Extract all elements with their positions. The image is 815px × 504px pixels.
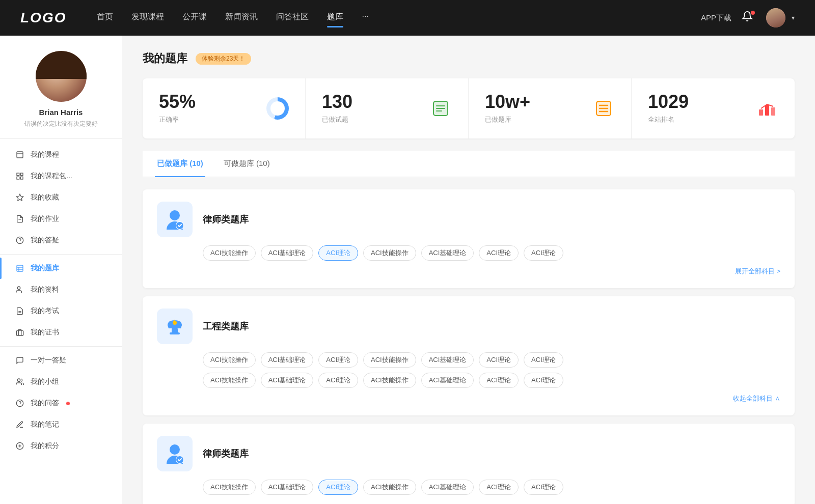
sidebar-item-my-cert[interactable]: 我的证书 [0,322,122,343]
collapse-link-engineer1[interactable]: 收起全部科目 ∧ [733,394,780,403]
tag-lawyer2-2[interactable]: ACI理论 [318,480,358,495]
tag-lawyer2-3[interactable]: ACI技能操作 [363,480,416,495]
sidebar-item-my-questions[interactable]: 我的答疑 [0,230,122,251]
tag-eng1-r1-1[interactable]: ACI基础理论 [261,352,314,368]
sidebar-item-my-packages[interactable]: 我的课程包... [0,165,122,187]
nav-qa[interactable]: 问答社区 [276,12,309,24]
tag-eng1-r2-1[interactable]: ACI基础理论 [261,373,314,388]
nav-more[interactable]: ··· [362,12,368,24]
qbank-header-engineer1: 工程类题库 [157,309,780,344]
svg-point-37 [170,210,180,220]
expand-link-lawyer1[interactable]: 展开全部科目 > [735,267,780,276]
nav-open-course[interactable]: 公开课 [182,12,207,24]
tag-lawyer1-6[interactable]: ACI理论 [524,245,563,261]
tag-eng1-r2-3[interactable]: ACI技能操作 [363,373,416,388]
sidebar-item-my-homework[interactable]: 我的作业 [0,208,122,230]
tag-lawyer2-1[interactable]: ACI基础理论 [261,480,314,495]
tag-lawyer2-0[interactable]: ACI技能操作 [203,480,256,495]
svg-rect-2 [17,173,19,176]
sidebar-item-my-favorites[interactable]: 我的收藏 [0,187,122,208]
qbank-header-lawyer2: 律师类题库 [157,436,780,471]
nav-qbank[interactable]: 题库 [327,12,343,24]
sidebar-item-my-group[interactable]: 我的小组 [0,371,122,393]
page-header: 我的题库 体验剩余23天！ [143,51,795,66]
page-layout: Brian Harris 错误的决定比没有决定要好 我的课程 我的课程包... [0,36,815,504]
user-dropdown-arrow[interactable]: ▾ [792,14,795,21]
tag-eng1-r2-2[interactable]: ACI理论 [318,373,358,388]
qbank-tags-lawyer1: ACI技能操作 ACI基础理论 ACI理论 ACI技能操作 ACI基础理论 AC… [157,245,780,261]
sidebar-profile: Brian Harris 错误的决定比没有决定要好 [0,51,122,139]
avatar-image [766,8,785,27]
data-icon [15,285,24,294]
tag-lawyer1-0[interactable]: ACI技能操作 [203,245,256,261]
svg-rect-10 [17,265,23,271]
stat-done-questions-label: 已做试题 [322,115,421,124]
svg-point-18 [17,379,20,381]
cert-icon [15,328,24,337]
tab-available-banks[interactable]: 可做题库 (10) [222,151,272,177]
oneonone-icon [15,356,24,365]
app-download-button[interactable]: APP下载 [701,13,731,23]
stat-ranking-label: 全站排名 [648,115,748,124]
tag-lawyer2-5[interactable]: ACI理论 [479,480,519,495]
pie-chart-icon [266,97,289,120]
tag-lawyer2-6[interactable]: ACI理论 [524,480,563,495]
sidebar: Brian Harris 错误的决定比没有决定要好 我的课程 我的课程包... [0,36,122,504]
navbar: LOGO 首页 发现课程 公开课 新闻资讯 问答社区 题库 ··· APP下载 … [0,0,815,36]
qbank-card-lawyer2: 律师类题库 ACI技能操作 ACI基础理论 ACI理论 ACI技能操作 ACI基… [143,424,795,504]
notification-bell[interactable] [742,11,756,25]
tag-eng1-r2-5[interactable]: ACI理论 [479,373,519,388]
stat-accuracy-value: 55% [159,93,258,111]
tag-eng1-r1-2[interactable]: ACI理论 [318,352,358,368]
logo[interactable]: LOGO [20,10,66,26]
avatar-image [36,51,87,102]
tab-done-banks[interactable]: 已做题库 (10) [155,151,205,177]
qbank-icon-lawyer1 [157,202,193,237]
qbank-icon-lawyer2 [157,436,193,471]
profile-motto: 错误的决定比没有决定要好 [14,120,108,128]
nav-home[interactable]: 首页 [97,12,113,24]
qbank-header-lawyer1: 律师类题库 [157,202,780,237]
tag-eng1-r2-0[interactable]: ACI技能操作 [203,373,256,388]
stat-done-questions: 130 已做试题 [306,78,469,138]
stat-done-banks-text: 10w+ 已做题库 [485,93,584,124]
course-icon [15,150,24,159]
svg-rect-41 [170,332,180,334]
qbank-tags-lawyer2: ACI技能操作 ACI基础理论 ACI理论 ACI技能操作 ACI基础理论 AC… [157,480,780,495]
tag-lawyer1-4[interactable]: ACI基础理论 [421,245,474,261]
sidebar-item-my-data[interactable]: 我的资料 [0,279,122,300]
tag-lawyer2-4[interactable]: ACI基础理论 [421,480,474,495]
avatar[interactable] [36,51,87,102]
group-icon [15,377,24,386]
tag-eng1-r1-0[interactable]: ACI技能操作 [203,352,256,368]
user-avatar[interactable] [766,8,785,27]
nav-discover[interactable]: 发现课程 [131,12,164,24]
tag-lawyer1-1[interactable]: ACI基础理论 [261,245,314,261]
sidebar-item-my-courses[interactable]: 我的课程 [0,144,122,165]
tag-lawyer1-5[interactable]: ACI理论 [479,245,519,261]
svg-rect-35 [765,105,769,116]
tag-lawyer1-3[interactable]: ACI技能操作 [363,245,416,261]
tag-lawyer1-2[interactable]: ACI理论 [318,245,358,261]
svg-rect-17 [16,331,23,335]
sidebar-item-my-qbank[interactable]: 我的题库 [0,258,122,279]
stat-ranking: 1029 全站排名 [632,78,795,138]
sidebar-item-my-points[interactable]: 我的积分 [0,435,122,457]
stat-ranking-text: 1029 全站排名 [648,93,748,124]
svg-marker-6 [16,194,23,201]
tag-eng1-r2-6[interactable]: ACI理论 [524,373,563,388]
sidebar-item-one-on-one[interactable]: 一对一答疑 [0,350,122,371]
tag-eng1-r1-5[interactable]: ACI理论 [479,352,519,368]
sidebar-item-my-notes[interactable]: 我的笔记 [0,414,122,435]
tag-eng1-r2-4[interactable]: ACI基础理论 [421,373,474,388]
sidebar-divider-2 [0,346,122,347]
tag-eng1-r1-3[interactable]: ACI技能操作 [363,352,416,368]
stat-done-questions-value: 130 [322,93,421,111]
tabs-row: 已做题库 (10) 可做题库 (10) [143,151,795,177]
tag-eng1-r1-6[interactable]: ACI理论 [524,352,563,368]
sidebar-item-my-answers[interactable]: 我的问答 [0,393,122,414]
list-chart-icon [592,97,615,120]
sidebar-item-my-exam[interactable]: 我的考试 [0,300,122,322]
tag-eng1-r1-4[interactable]: ACI基础理论 [421,352,474,368]
nav-news[interactable]: 新闻资讯 [225,12,258,24]
